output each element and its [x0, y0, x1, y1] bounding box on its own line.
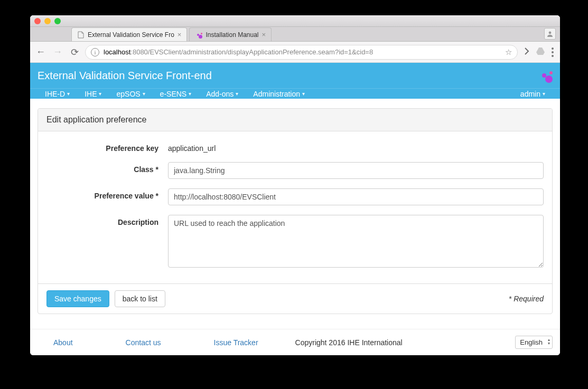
browser-tab[interactable]: Installation Manual × [189, 27, 272, 41]
reload-button[interactable]: ⟳ [68, 46, 81, 58]
language-select[interactable]: English ▴▾ [515, 336, 553, 349]
extension-icon[interactable] [522, 47, 531, 58]
label-preference-key: Preference key [46, 141, 168, 153]
caret-down-icon: ▾ [236, 91, 238, 97]
url-text: localhost:8080/EVSClient/administration/… [104, 48, 373, 56]
brand-logo-icon [538, 68, 553, 83]
app-navbar: IHE-D▾ IHE▾ epSOS▾ e-SENS▾ Add-ons▾ Admi… [30, 88, 560, 99]
nav-user-label: admin [520, 90, 540, 98]
footer-copyright: Copyright 2016 IHE International [295, 338, 403, 347]
nav-item-ihe[interactable]: IHE▾ [77, 89, 109, 99]
caret-down-icon: ▾ [67, 91, 70, 97]
nav-user-menu[interactable]: admin▾ [513, 89, 553, 99]
browser-window: External Validation Service Fro × Instal… [30, 15, 560, 355]
back-to-list-button[interactable]: back to list [115, 290, 165, 307]
tab-close-icon[interactable]: × [178, 31, 182, 39]
url-path: :8080/EVSClient/administration/displayAp… [130, 48, 373, 56]
nav-label: epSOS [116, 90, 140, 98]
row-preference-value: Preference value * [46, 188, 544, 205]
row-description: Description [46, 215, 544, 270]
browser-tab-title: External Validation Service Fro [88, 31, 174, 39]
row-class: Class * [46, 162, 544, 179]
footer-link-about[interactable]: About [38, 338, 89, 347]
app-footer: About Contact us Issue Tracker Copyright… [30, 329, 560, 355]
nav-label: Administration [253, 90, 300, 98]
edit-preference-panel: Edit application preference Preference k… [38, 108, 553, 314]
chrome-top: External Validation Service Fro × Instal… [30, 15, 560, 42]
page-favicon-icon [77, 31, 85, 39]
browser-toolbar: ← → ⟳ i localhost:8080/EVSClient/adminis… [30, 42, 560, 63]
nav-label: IHE [85, 90, 97, 98]
required-note: * Required [509, 295, 544, 303]
input-preference-value[interactable] [168, 188, 544, 205]
drive-extension-icon[interactable] [536, 48, 545, 57]
browser-tabstrip: External Validation Service Fro × Instal… [30, 27, 560, 42]
window-minimize-button[interactable] [44, 18, 51, 24]
caret-down-icon: ▾ [543, 91, 545, 97]
page-favicon-icon [195, 31, 202, 39]
value-preference-key: application_url [168, 141, 544, 153]
url-host: localhost [104, 48, 130, 56]
tab-close-icon[interactable]: × [262, 31, 266, 39]
panel-heading: Edit application preference [38, 109, 552, 131]
profile-button[interactable] [544, 28, 556, 40]
window-titlebar [30, 15, 560, 27]
nav-label: Add-ons [206, 90, 234, 98]
bookmark-star-icon[interactable]: ☆ [505, 48, 512, 57]
caret-down-icon: ▾ [189, 91, 191, 97]
caret-down-icon: ▾ [302, 91, 305, 97]
window-zoom-button[interactable] [54, 18, 61, 24]
browser-menu-button[interactable] [549, 48, 556, 57]
footer-link-contact[interactable]: Contact us [110, 338, 177, 347]
label-description: Description [46, 215, 168, 226]
browser-tab-title: Installation Manual [206, 31, 258, 39]
footer-link-issue-tracker[interactable]: Issue Tracker [198, 338, 274, 347]
nav-item-epsos[interactable]: epSOS▾ [109, 89, 152, 99]
language-value: English [520, 338, 543, 346]
select-arrows-icon: ▴▾ [548, 338, 550, 345]
nav-item-addons[interactable]: Add-ons▾ [199, 89, 246, 99]
address-bar[interactable]: i localhost:8080/EVSClient/administratio… [85, 45, 518, 60]
nav-item-ihe-d[interactable]: IHE-D▾ [38, 89, 77, 99]
window-close-button[interactable] [34, 18, 41, 24]
svg-point-0 [549, 32, 552, 34]
content-area: Edit application preference Preference k… [30, 99, 560, 329]
forward-button[interactable]: → [51, 46, 64, 58]
input-class[interactable] [168, 162, 544, 179]
site-info-icon[interactable]: i [91, 48, 99, 56]
caret-down-icon: ▾ [143, 91, 145, 97]
back-button[interactable]: ← [34, 46, 47, 58]
nav-item-esens[interactable]: e-SENS▾ [153, 89, 199, 99]
browser-tab[interactable]: External Validation Service Fro × [71, 27, 187, 41]
app-title: External Validation Service Front-end [38, 70, 212, 82]
save-button[interactable]: Save changes [46, 290, 109, 307]
input-description[interactable] [168, 215, 544, 268]
row-preference-key: Preference key application_url [46, 141, 544, 153]
nav-item-administration[interactable]: Administration▾ [246, 89, 312, 99]
app-header: External Validation Service Front-end [30, 63, 560, 88]
panel-body: Preference key application_url Class * P… [38, 131, 552, 283]
nav-label: IHE-D [45, 90, 65, 98]
caret-down-icon: ▾ [99, 91, 101, 97]
label-preference-value: Preference value * [46, 188, 168, 200]
label-class: Class * [46, 162, 168, 174]
nav-label: e-SENS [160, 90, 187, 98]
page-content: External Validation Service Front-end IH… [30, 63, 560, 355]
panel-footer: Save changes back to list * Required [38, 283, 552, 314]
